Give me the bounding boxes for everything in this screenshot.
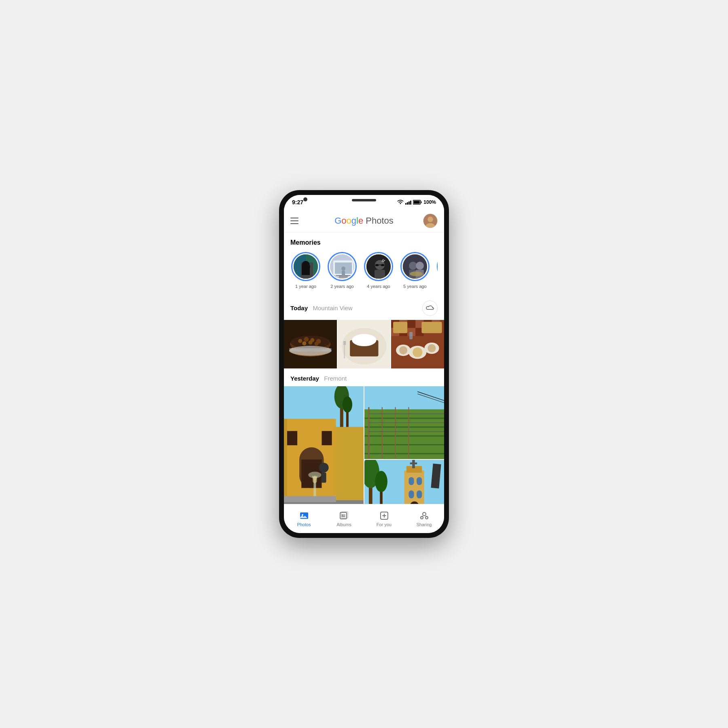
signal-icon [405,200,411,205]
memory-item-4yr[interactable]: 4 years ago [363,252,394,289]
svg-point-117 [375,471,387,493]
today-photo-3[interactable] [391,320,444,368]
svg-rect-124 [408,491,414,499]
photos-text: Photos [363,216,394,226]
yesterday-photo-main[interactable] [284,386,364,504]
battery-percent: 100% [423,199,436,205]
svg-rect-17 [342,271,345,276]
phone-speaker [352,199,376,201]
albums-nav-label: Albums [336,522,351,527]
avatar-placeholder [423,214,437,228]
memory-circle-inner-2yr [330,254,354,279]
phone-camera [303,197,307,201]
memory-label-1yr: 1 year ago [295,284,316,289]
svg-point-74 [399,346,407,354]
yesterday-photo-top-right[interactable] [364,386,444,459]
svg-rect-94 [321,473,326,483]
today-section: Today Mountain View [284,296,444,368]
svg-point-16 [341,267,345,271]
memory-photo-5yr [403,254,427,279]
albums-nav-icon [339,511,349,521]
photos-nav-icon [299,511,309,521]
svg-point-43 [302,341,306,345]
google-letter-g: G [334,216,341,226]
svg-rect-121 [410,463,417,464]
google-letter-o1: o [341,216,346,226]
memory-label-4yr: 4 years ago [367,284,390,289]
for-you-nav-icon [379,511,389,521]
nav-for-you[interactable]: For you [364,508,404,530]
svg-point-44 [308,341,312,345]
cloud-backup-button[interactable] [422,301,438,316]
svg-rect-56 [345,341,346,345]
google-letter-g2: g [351,216,356,226]
memory-item-2yr[interactable]: 2 years ago [327,252,358,289]
svg-rect-123 [417,477,422,485]
today-photo-bg-3 [391,320,444,368]
memory-item-5yr[interactable]: 5 years ago [400,252,430,289]
memories-section: Memories [284,233,444,296]
svg-point-28 [416,262,424,270]
memory-label-5yr: 5 years ago [403,284,426,289]
svg-rect-54 [343,341,344,345]
yesterday-photos-grid [284,386,444,504]
yesterday-photo-bottom-right[interactable] [364,460,444,504]
svg-point-93 [319,463,328,472]
memory-item-1yr[interactable]: 1 year ago [290,252,321,289]
memory-photo-4yr [366,254,391,279]
svg-point-39 [298,339,302,343]
google-letter-o2: o [347,216,351,226]
status-bar: 9:27 [284,195,444,210]
user-avatar[interactable] [423,214,438,228]
svg-point-83 [343,396,352,413]
nav-photos[interactable]: Photos [284,508,324,530]
battery-icon [413,200,422,205]
yesterday-header: Yesterday Fremont [284,375,444,386]
svg-rect-22 [381,264,384,266]
menu-line [290,220,298,221]
today-photo-2[interactable] [338,320,391,368]
memory-item-8yr[interactable]: 8 years ago [436,252,438,289]
svg-rect-85 [284,419,287,504]
wifi-icon [397,200,404,205]
photos-nav-label: Photos [297,522,311,527]
menu-line [290,223,298,224]
svg-rect-98 [364,409,444,459]
today-label: Today [290,305,308,311]
yesterday-label: Yesterday [290,375,319,382]
today-photo-1[interactable] [284,320,337,368]
status-icons: 100% [397,199,436,205]
today-photo-bg-2 [338,320,391,368]
memory-circle-8yr [437,252,438,281]
memory-circle-1yr [291,252,320,281]
svg-rect-21 [375,264,379,266]
svg-rect-118 [404,471,424,504]
svg-point-31 [410,271,423,276]
svg-rect-20 [375,270,385,279]
svg-point-75 [413,347,423,357]
bottom-nav: Photos Albums For you [284,504,444,533]
today-date-row: Today Mountain View [290,305,353,312]
nav-albums[interactable]: Albums [324,508,364,530]
svg-rect-47 [289,348,332,351]
today-photos-grid [284,320,444,368]
app-header: Google Photos [284,210,444,233]
nav-sharing[interactable]: Sharing [404,508,444,530]
menu-line [290,218,298,218]
svg-rect-10 [304,263,310,266]
svg-rect-61 [408,320,416,328]
yesterday-date-row: Yesterday Fremont [290,375,347,382]
svg-point-4 [427,217,433,222]
app-title: Google Photos [305,216,423,226]
memory-label-2yr: 2 years ago [330,284,353,289]
memory-photo-1yr [294,254,318,279]
memory-circle-inner-1yr [294,254,318,279]
svg-point-40 [304,337,309,342]
phone-frame: 9:27 [279,190,449,538]
svg-rect-89 [322,431,332,445]
svg-rect-69 [393,322,407,333]
menu-button[interactable] [290,214,305,228]
svg-rect-55 [344,341,345,345]
svg-rect-88 [287,431,297,445]
memory-circle-2yr [328,252,357,281]
